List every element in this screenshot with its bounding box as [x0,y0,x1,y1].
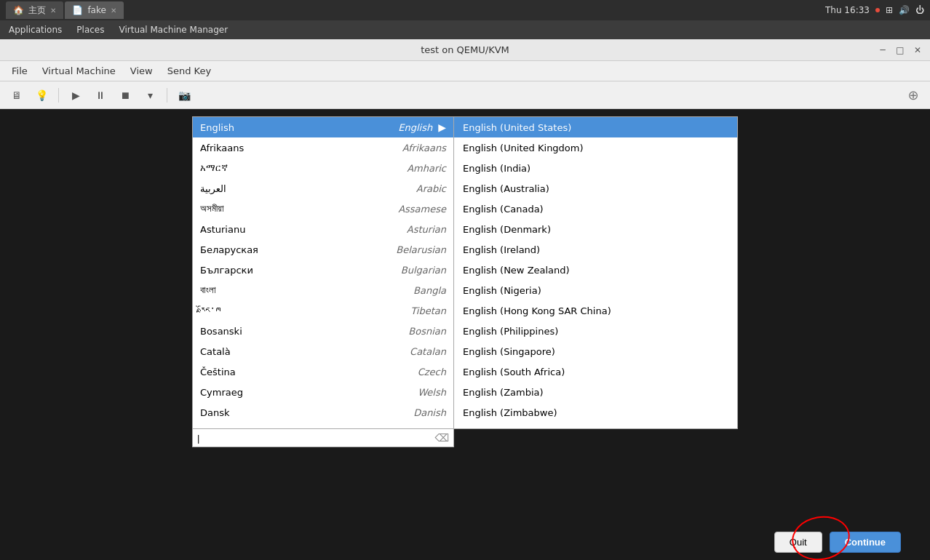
lang-native-bosnian: Bosanski [200,326,408,337]
tray-volume-icon: 🔊 [899,5,910,15]
fake-tab-close[interactable]: ✕ [111,7,116,15]
main-content: English English ▶ Afrikaans Afrikaans አማ… [0,109,930,560]
virt-manager-menu[interactable]: Virtual Machine Manager [113,23,234,37]
lang-item-bangla[interactable]: বাংলা Bangla [193,280,453,300]
toolbar-sep-2 [167,88,167,103]
toolbar-screenshot-btn[interactable]: 📷 [173,85,195,105]
window-titlebar: test on QEMU/KVM ─ □ ✕ [0,39,930,61]
places-menu[interactable]: Places [71,23,110,37]
maximize-button[interactable]: □ [894,44,907,57]
lang-english-bosnian: Bosnian [408,326,446,337]
lang-item-welsh[interactable]: Cymraeg Welsh [193,382,453,402]
right-item-en-bw[interactable]: English (Botswana) [454,423,737,429]
right-item-en-uk[interactable]: English (United Kingdom) [454,137,737,158]
lang-item-asturian[interactable]: Asturianu Asturian [193,219,453,239]
system-bar: 🏠 主页 ✕ 📄 fake ✕ Thu 16:33 ⊞ 🔊 ⏻ [0,0,930,20]
home-tab-close[interactable]: ✕ [50,7,56,15]
toolbar-pause-btn[interactable]: ⏸ [90,85,111,105]
right-item-en-in[interactable]: English (India) [454,158,737,178]
lang-native-czech: Čeština [200,367,418,377]
right-item-en-za[interactable]: English (South Africa) [454,361,737,382]
tab-fake[interactable]: 📄 fake ✕ [65,1,124,19]
tab-home[interactable]: 🏠 主页 ✕ [6,1,63,19]
language-list-right[interactable]: English (United States) English (United … [454,116,738,429]
right-item-en-us[interactable]: English (United States) [454,117,737,137]
language-search-clear[interactable]: ⌫ [434,432,449,444]
right-item-en-ph[interactable]: English (Philippines) [454,321,737,341]
lang-native-amharic: አማርኛ [200,162,407,174]
lang-item-czech[interactable]: Čeština Czech [193,361,453,382]
lang-item-catalan[interactable]: Català Catalan [193,341,453,361]
toolbar-stop-btn[interactable]: ⏹ [114,85,136,105]
toolbar-monitor-btn[interactable]: 🖥 [6,85,28,105]
lang-native-assamese: অসমীয়া [200,203,398,215]
toolbar-play-btn[interactable]: ▶ [65,85,87,105]
lang-item-arabic[interactable]: العربية Arabic [193,178,453,199]
toolbar-info-btn[interactable]: 💡 [31,85,52,105]
language-search-input[interactable] [197,433,434,444]
lang-english-asturian: Asturian [407,224,446,235]
gnome-menubar: Applications Places Virtual Machine Mana… [0,20,930,39]
lang-english-tibetan: Tibetan [410,305,446,316]
lang-item-assamese[interactable]: অসমীয়া Assamese [193,199,453,219]
lang-native-catalan: Català [200,346,410,357]
right-item-en-ie[interactable]: English (Ireland) [454,239,737,260]
right-item-en-zm[interactable]: English (Zambia) [454,382,737,402]
lang-native-asturian: Asturianu [200,224,407,235]
quit-button[interactable]: Quit [774,532,822,553]
lang-english-catalan: Catalan [410,346,446,357]
menu-view[interactable]: View [124,64,159,78]
lang-english-amharic: Amharic [407,163,446,174]
applications-menu[interactable]: Applications [3,23,68,37]
lang-native-english: English [200,122,398,133]
right-item-en-sg[interactable]: English (Singapore) [454,341,737,361]
language-lists: English English ▶ Afrikaans Afrikaans አማ… [192,116,738,429]
lang-english-afrikaans: Afrikaans [402,143,446,153]
lang-item-belarusian[interactable]: Беларуская Belarusian [193,239,453,260]
lang-english-welsh: Welsh [418,387,446,398]
menu-file[interactable]: File [6,64,33,78]
home-tab-label: 主页 [28,4,46,17]
window-title: test on QEMU/KVM [421,44,509,55]
menu-virtual-machine[interactable]: Virtual Machine [36,64,122,78]
lang-item-bulgarian[interactable]: Български Bulgarian [193,260,453,280]
lang-native-bulgarian: Български [200,265,401,276]
toolbar-dropdown-btn[interactable]: ▾ [139,85,161,105]
language-list-left[interactable]: English English ▶ Afrikaans Afrikaans አማ… [192,116,454,429]
continue-button[interactable]: Continue [830,532,901,553]
right-item-en-nz[interactable]: English (New Zealand) [454,260,737,280]
lang-native-afrikaans: Afrikaans [200,143,402,153]
right-item-en-zw[interactable]: English (Zimbabwe) [454,402,737,423]
lang-english-czech: Czech [418,367,446,377]
lang-item-tibetan[interactable]: རྫོང་ཁ Tibetan [193,300,453,321]
home-tab-icon: 🏠 [13,5,24,15]
lang-item-english[interactable]: English English ▶ [193,117,453,137]
language-search-box: ⌫ [192,429,454,447]
close-button[interactable]: ✕ [911,44,924,57]
right-item-en-au[interactable]: English (Australia) [454,178,737,199]
right-item-en-dk[interactable]: English (Denmark) [454,219,737,239]
right-item-en-ng[interactable]: English (Nigeria) [454,280,737,300]
tray-network-icon: ⊞ [886,5,893,15]
lang-english-arabic: Arabic [416,183,446,194]
lang-english-assamese: Assamese [398,204,446,215]
tray-dot [875,8,880,12]
right-item-en-hk[interactable]: English (Hong Kong SAR China) [454,300,737,321]
lang-english-bangla: Bangla [413,285,446,296]
window-controls: ─ □ ✕ [876,44,924,57]
fake-tab-label: fake [87,5,106,15]
lang-item-danish[interactable]: Dansk Danish [193,402,453,423]
lang-native-arabic: العربية [200,183,416,194]
lang-item-afrikaans[interactable]: Afrikaans Afrikaans [193,137,453,158]
lang-item-bosnian[interactable]: Bosanski Bosnian [193,321,453,341]
tray-power-icon: ⏻ [915,5,924,15]
menu-send-key[interactable]: Send Key [162,64,217,78]
minimize-button[interactable]: ─ [876,44,889,57]
lang-native-welsh: Cymraeg [200,387,418,398]
right-item-en-ca[interactable]: English (Canada) [454,199,737,219]
lang-native-danish: Dansk [200,407,413,418]
lang-english-belarusian: Belarusian [396,244,446,255]
app-menubar: File Virtual Machine View Send Key [0,61,930,81]
lang-item-amharic[interactable]: አማርኛ Amharic [193,158,453,178]
toolbar-move-icon: ⊕ [902,85,924,105]
